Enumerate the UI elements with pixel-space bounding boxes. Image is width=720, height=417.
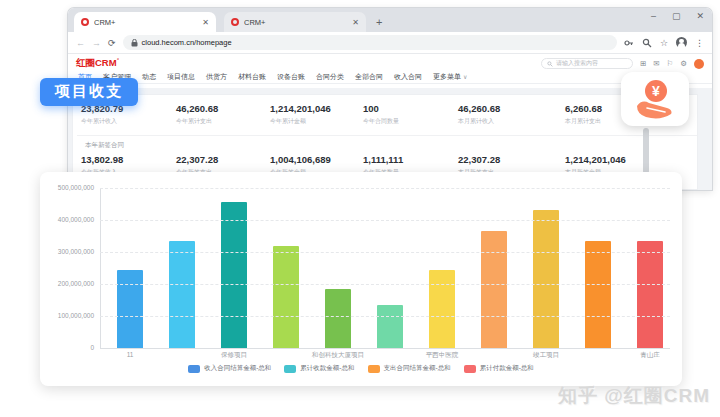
stat-label: 本月累计收入 <box>458 117 565 126</box>
app-header-actions: 请输入搜索内容 ⊞✉⚐⚙ <box>541 58 704 69</box>
close-window-button[interactable]: ✕ <box>696 11 704 21</box>
nav-item-3[interactable]: 动态 <box>142 72 156 82</box>
bookmark-star-icon[interactable]: ☆ <box>660 38 668 48</box>
stats-row-1: 23,820.79今年累计收入46,260.68今年累计支出1,214,201,… <box>77 103 697 126</box>
reload-icon[interactable]: ⟳ <box>108 38 116 48</box>
browser-tab[interactable]: CRM+✕ <box>224 12 366 32</box>
y-axis-tick-label: 400,000,000 <box>42 216 94 223</box>
stat-value: 1,214,201,046 <box>270 103 363 114</box>
y-axis-tick-label: 300,000,000 <box>42 248 94 255</box>
search-zoom-icon[interactable] <box>642 38 652 48</box>
x-axis-category-label: 平西中医院 <box>426 351 459 360</box>
svg-text:¥: ¥ <box>652 83 660 99</box>
profile-avatar-icon[interactable] <box>676 37 687 48</box>
tab-close-icon[interactable]: ✕ <box>352 18 359 27</box>
x-axis-category-label: 保修项目 <box>221 351 247 360</box>
chart-bar[interactable] <box>585 241 611 348</box>
chart-bar[interactable] <box>637 241 663 348</box>
stat-label: 今年累计收入 <box>81 117 176 126</box>
browser-window: CRM+✕CRM+✕ + – ▢ ✕ ← → ⟳ cloud.hecom.cn/… <box>68 8 712 190</box>
plot-area: 11保修项目和创科技大厦项目平西中医院竣工项目青山庄 <box>100 188 670 348</box>
stat-item: 100今年合同数量 <box>363 103 458 126</box>
nav-item-5[interactable]: 供货方 <box>206 72 227 82</box>
legend-item[interactable]: 收入合同结算金额-总和 <box>188 364 271 373</box>
x-axis-category-label: 青山庄 <box>640 351 660 360</box>
legend-label: 支出合同结算金额-总和 <box>384 364 451 373</box>
browser-menu-icon[interactable]: ⋮ <box>695 38 704 48</box>
message-icon[interactable]: ✉ <box>653 59 659 68</box>
legend-label: 累计付款金额-总和 <box>480 364 534 373</box>
y-axis-tick-label: 100,000,000 <box>42 312 94 319</box>
legend-item[interactable]: 累计付款金额-总和 <box>464 364 534 373</box>
chart-bar[interactable] <box>117 270 143 348</box>
nav-more-menu[interactable]: 更多菜单 ∨ <box>433 72 467 82</box>
legend-item[interactable]: 支出合同结算金额-总和 <box>368 364 451 373</box>
chart-legend: 收入合同结算金额-总和累计收款金额-总和支出合同结算金额-总和累计付款金额-总和 <box>40 364 682 373</box>
gridline <box>100 188 670 189</box>
lock-icon <box>131 39 138 47</box>
stat-value: 13,802.98 <box>81 154 176 165</box>
apps-grid-icon[interactable]: ⊞ <box>640 59 646 68</box>
forward-icon[interactable]: → <box>92 38 101 48</box>
search-icon <box>547 61 553 67</box>
legend-label: 收入合同结算金额-总和 <box>204 364 271 373</box>
url-bar[interactable]: cloud.hecom.cn/homepage <box>123 35 617 50</box>
chart-bar[interactable] <box>377 305 403 348</box>
chart-bar[interactable] <box>325 289 351 348</box>
legend-item[interactable]: 累计收款金额-总和 <box>284 364 354 373</box>
browser-tab[interactable]: CRM+✕ <box>74 12 216 32</box>
tab-close-icon[interactable]: ✕ <box>202 18 209 27</box>
tab-title: CRM+ <box>244 18 347 27</box>
crm-favicon-icon <box>81 18 89 26</box>
stat-item: 46,260.68今年累计支出 <box>176 103 270 126</box>
app-search-input[interactable]: 请输入搜索内容 <box>541 58 633 69</box>
notification-icon[interactable]: ⚐ <box>667 59 674 68</box>
window-controls: – ▢ ✕ <box>651 11 704 21</box>
stat-value: 46,260.68 <box>176 103 270 114</box>
chart-bar[interactable] <box>273 246 299 348</box>
gridline <box>100 348 670 349</box>
nav-item-9[interactable]: 全部合同 <box>355 72 383 82</box>
inner-scrollbar[interactable] <box>643 128 649 174</box>
nav-item-6[interactable]: 材料台账 <box>238 72 266 82</box>
back-icon[interactable]: ← <box>76 38 85 48</box>
search-placeholder: 请输入搜索内容 <box>556 59 598 68</box>
nav-item-8[interactable]: 合同分类 <box>316 72 344 82</box>
x-axis-category-label: 11 <box>127 351 134 358</box>
legend-swatch <box>464 365 476 373</box>
page-canvas: CRM+✕CRM+✕ + – ▢ ✕ ← → ⟳ cloud.hecom.cn/… <box>0 0 720 417</box>
minimize-button[interactable]: – <box>651 11 656 21</box>
stat-value: 22,307.28 <box>458 154 565 165</box>
user-avatar[interactable] <box>694 59 704 69</box>
stat-item: 1,214,201,046今年累计金额 <box>270 103 363 126</box>
chart-bar[interactable] <box>169 241 195 348</box>
stat-value: 46,260.68 <box>458 103 565 114</box>
y-axis-tick-label: 200,000,000 <box>42 280 94 287</box>
gridline <box>100 252 670 253</box>
project-income-expense-callout[interactable]: 项目收支 <box>40 78 138 106</box>
nav-item-4[interactable]: 项目信息 <box>167 72 195 82</box>
floating-finance-card[interactable]: ¥ <box>621 72 689 126</box>
crm-favicon-icon <box>231 18 239 26</box>
legend-label: 累计收款金额-总和 <box>300 364 354 373</box>
chart-bar[interactable] <box>221 202 247 348</box>
nav-item-10[interactable]: 收入合同 <box>394 72 422 82</box>
chart-bar[interactable] <box>481 231 507 348</box>
project-chart-card: 11保修项目和创科技大厦项目平西中医院竣工项目青山庄 500,000,00040… <box>40 172 682 386</box>
divider <box>77 135 697 136</box>
hand-holding-yuan-icon: ¥ <box>633 78 677 120</box>
chart-bar[interactable] <box>533 210 559 348</box>
maximize-button[interactable]: ▢ <box>672 11 681 21</box>
key-icon[interactable] <box>624 38 634 48</box>
stat-value: 1,214,201,046 <box>565 154 697 165</box>
stat-label: 今年合同数量 <box>363 117 458 126</box>
stat-value: 100 <box>363 103 458 114</box>
chart-bar[interactable] <box>429 270 455 348</box>
y-axis-tick-label: 500,000,000 <box>42 184 94 191</box>
new-tab-button[interactable]: + <box>376 16 382 28</box>
settings-gear-icon[interactable]: ⚙ <box>680 59 687 68</box>
legend-swatch <box>284 365 296 373</box>
stat-value: 1,111,111 <box>363 154 458 165</box>
legend-swatch <box>368 365 380 373</box>
nav-item-7[interactable]: 设备台账 <box>277 72 305 82</box>
